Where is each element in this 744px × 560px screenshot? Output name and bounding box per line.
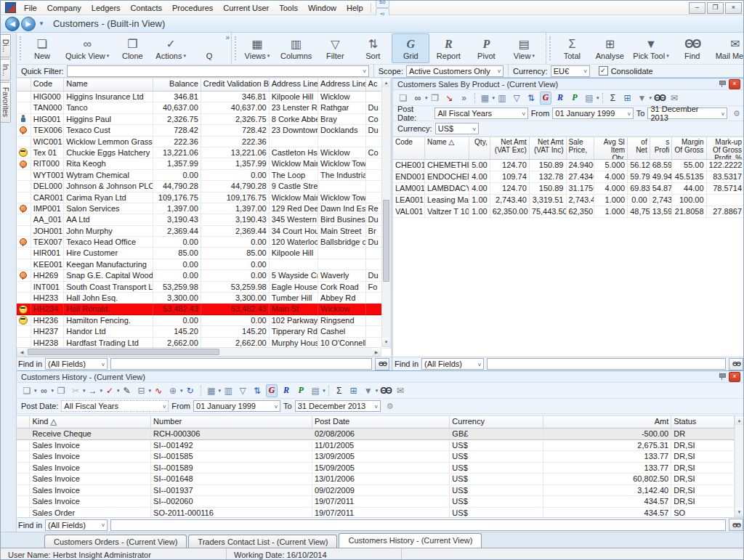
analyse-button[interactable]: ⊞Analyse xyxy=(591,33,628,63)
column-header[interactable]: Balance xyxy=(153,78,201,91)
menu-item-tools[interactable]: Tools xyxy=(274,2,303,14)
mail-merge-icon[interactable]: ✉ xyxy=(668,92,680,105)
menu-item-procedures[interactable]: Procedures xyxy=(167,2,218,14)
web-icon[interactable]: ⊕ xyxy=(167,384,179,397)
dropdown-icon[interactable]: ▾ xyxy=(376,388,379,394)
table-row[interactable]: LEA001Leasing Machine1.002,743.403,319.5… xyxy=(393,195,744,206)
dropdown-icon[interactable]: ▾ xyxy=(597,95,599,101)
pin-icon[interactable] xyxy=(719,373,725,380)
clone-button[interactable]: ❐Clone xyxy=(113,33,151,63)
table-row[interactable]: IMP001Salon Services1,397.001,397.00129 … xyxy=(17,203,391,214)
nav-history-dropdown-icon[interactable]: ▼ xyxy=(39,20,44,27)
pivot-view-icon[interactable]: P xyxy=(569,92,581,105)
minimize-button[interactable]: – xyxy=(689,2,705,14)
scroll-down-icon[interactable]: ▼ xyxy=(382,338,390,346)
table-row[interactable]: Tex 01Chuckie Eggs Hatchery13,221.0613,2… xyxy=(17,147,391,158)
column-header[interactable]: Mark-up Of Gross Profit, % xyxy=(707,137,744,159)
menu-item-file[interactable]: File xyxy=(19,2,42,14)
dropdown-icon[interactable]: ▾ xyxy=(425,95,428,101)
scope-combobox[interactable]: Active Customers Onlyv xyxy=(406,65,504,77)
customers-grid-vertical-scrollbar[interactable]: ▲ ▼ xyxy=(381,78,391,347)
find-fields-combobox[interactable]: (All Fields)v xyxy=(45,519,108,531)
dropdown-icon[interactable]: ▾ xyxy=(323,388,326,394)
close-panel-icon[interactable]: × xyxy=(729,79,740,89)
from-date-combobox[interactable]: 01 January 1999v xyxy=(193,400,280,412)
scrollbar-thumb[interactable] xyxy=(28,349,219,355)
table-row[interactable]: JOH001John Murphy2,369.442,369.4434 Cour… xyxy=(17,226,391,237)
actions-button[interactable]: ✓Actions▾ xyxy=(151,33,190,63)
table-row[interactable]: WYT001Wytram Chemical0.000.00The LoopThe… xyxy=(17,170,391,181)
view-icon[interactable]: ▤ xyxy=(310,384,321,397)
scroll-down-icon[interactable]: ▼ xyxy=(735,508,743,516)
sidebar-tab-in[interactable]: In... xyxy=(1,59,11,81)
table-row[interactable]: WIC001Wicklow Lemmon Grass222.36222.36 xyxy=(17,137,391,147)
table-row[interactable]: INT001South Coast Transport LTD53,259.98… xyxy=(17,282,391,293)
column-header[interactable]: Avg SI Item Qty, xyxy=(594,137,628,159)
restore-button[interactable]: ❐ xyxy=(707,2,724,14)
overflow-chevron-icon[interactable]: » xyxy=(458,92,470,105)
view-button[interactable]: ▤View▾ xyxy=(505,33,543,63)
column-header[interactable]: Code xyxy=(393,137,425,159)
customers-grid-horizontal-scrollbar[interactable]: ◀ ▶ xyxy=(17,347,381,357)
quick-view-icon[interactable]: ∞ xyxy=(39,384,50,397)
forward-button[interactable]: ▶ xyxy=(21,17,36,31)
columns-button[interactable]: ▥Columns xyxy=(276,33,316,63)
chart-icon[interactable]: ∿ xyxy=(153,384,164,397)
column-header[interactable]: of Net xyxy=(628,137,650,159)
views-icon[interactable]: ▦ xyxy=(480,92,491,105)
bottom-tab-1[interactable]: Traders Contact List - (Current View) xyxy=(188,535,337,548)
dropdown-icon[interactable]: ▾ xyxy=(666,53,669,59)
find-button[interactable]: ΘΘ xyxy=(729,358,743,370)
report-view-icon[interactable]: R xyxy=(280,384,292,397)
mail-merge-icon[interactable]: ✉ xyxy=(395,384,406,397)
analyse-icon[interactable]: ⊞ xyxy=(622,92,634,105)
report-button[interactable]: RReport xyxy=(429,33,467,63)
table-row[interactable]: RIT000Rita Keogh1,357.991,357.99Wicklow … xyxy=(17,158,391,169)
pick-tool-icon[interactable]: ▼ xyxy=(363,384,374,397)
sidebar-tab-favorites[interactable]: Favorites xyxy=(1,82,11,122)
pick-tool-icon[interactable]: ▼ xyxy=(636,92,648,105)
table-row[interactable]: Sales InvoiceSI--00206019/07/2011US$434.… xyxy=(17,496,735,508)
column-header[interactable]: Net Amt (VAT Inc) xyxy=(530,137,567,159)
total-sigma-icon[interactable]: Σ xyxy=(607,92,619,105)
grid-view-icon[interactable]: G xyxy=(540,92,551,105)
column-header[interactable]: Code xyxy=(31,78,64,91)
table-row[interactable]: HIG000Higgins Insurance Ltd346.81346.81K… xyxy=(17,92,391,102)
grid-view-icon[interactable]: G xyxy=(266,384,278,397)
column-header[interactable]: Sale Price, xyxy=(567,137,595,159)
find-fields-combobox[interactable]: (All Fields)v xyxy=(45,358,108,370)
table-row[interactable]: Sales InvoiceSI--00158513/09/2005US$133.… xyxy=(17,451,735,463)
q-button[interactable]: Q xyxy=(190,33,228,63)
pivot-button[interactable]: PPivot xyxy=(467,33,505,63)
views-icon[interactable]: ▦ xyxy=(206,384,217,397)
bottom-tab-2[interactable]: Customers History - (Current View) xyxy=(339,533,482,548)
table-row[interactable]: TEX007Texaco Head Office0.000.00120 Wate… xyxy=(17,237,391,248)
dropdown-icon[interactable]: ▾ xyxy=(100,388,103,394)
pin-icon[interactable] xyxy=(719,81,725,87)
pick-tool-button[interactable]: ▼Pick Tool▾ xyxy=(628,33,673,63)
table-row[interactable]: Sales InvoiceSI--00149211/01/2005US$2,67… xyxy=(17,440,735,452)
clone-icon[interactable]: ❐ xyxy=(55,384,67,397)
sort-button[interactable]: ⇅Sort xyxy=(354,33,392,63)
column-header[interactable]: Number xyxy=(151,416,312,428)
table-row[interactable]: CHE001CHEMETHION 505.00124.70150.8924.94… xyxy=(393,160,744,171)
post-date-combobox[interactable]: All Fiscal Yearsv xyxy=(61,400,169,412)
view-icon[interactable]: ▤ xyxy=(583,92,595,105)
dropdown-icon[interactable]: ▾ xyxy=(267,53,270,59)
table-row[interactable]: HIG001Higgins Paul2,326.752,326.758 Cork… xyxy=(17,114,391,125)
grid-button[interactable]: GGrid xyxy=(392,33,429,63)
dropdown-icon[interactable]: ▾ xyxy=(34,388,37,394)
history-grid-vertical-scrollbar[interactable]: ▲ ▼ xyxy=(735,415,744,517)
menu-item-ledgers[interactable]: Ledgers xyxy=(86,2,126,14)
column-header[interactable]: Address Line 1 xyxy=(270,78,318,91)
scroll-right-icon[interactable]: ▶ xyxy=(372,348,381,356)
table-row[interactable]: HH233Hall John Esq.3,300.003,300.00Tumbe… xyxy=(17,293,391,304)
find-input[interactable] xyxy=(110,358,372,370)
table-row[interactable]: DEL000Johnson & Johnson PLC44,790.2844,7… xyxy=(17,181,391,192)
column-header[interactable]: Address Line 2 xyxy=(318,78,366,91)
table-row[interactable]: VAL001Valtzer T 100 21.0062,350.0075,443… xyxy=(393,206,744,218)
table-row[interactable]: HH269Snap G.E. Capital Woodchester F0.00… xyxy=(17,270,391,281)
scroll-left-icon[interactable]: ◀ xyxy=(17,348,26,356)
currency-combobox[interactable]: EU€v xyxy=(551,65,590,77)
column-header[interactable]: Name △ xyxy=(425,137,469,159)
